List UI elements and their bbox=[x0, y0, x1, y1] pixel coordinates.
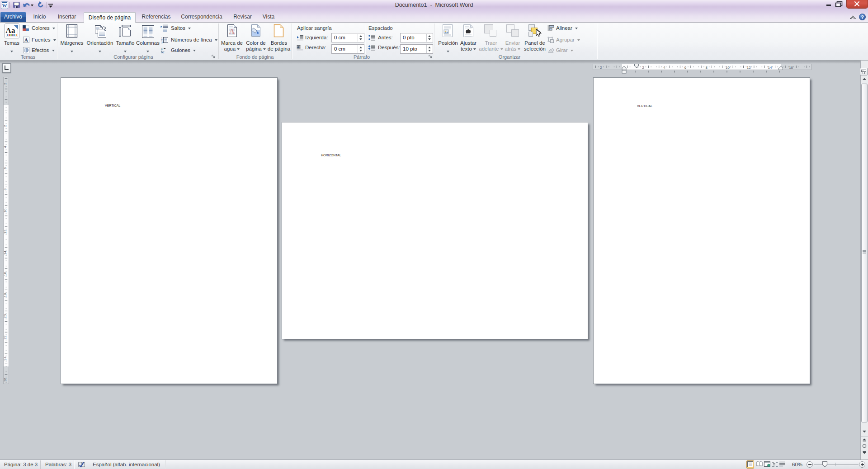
svg-text:4: 4 bbox=[3, 146, 7, 148]
svg-text:2: 2 bbox=[3, 125, 7, 127]
svg-text:2: 2 bbox=[642, 66, 644, 70]
svg-text:4: 4 bbox=[663, 66, 665, 70]
svg-text:14: 14 bbox=[3, 251, 7, 255]
svg-text:12: 12 bbox=[747, 66, 751, 70]
svg-text:26: 26 bbox=[3, 377, 7, 381]
svg-text:12: 12 bbox=[3, 230, 7, 234]
svg-text:20: 20 bbox=[3, 314, 7, 318]
svg-text:24: 24 bbox=[3, 356, 7, 361]
svg-text:22: 22 bbox=[3, 335, 7, 339]
svg-text:16: 16 bbox=[789, 66, 793, 70]
svg-text:bc: bc bbox=[161, 50, 165, 54]
svg-text:8: 8 bbox=[3, 188, 7, 190]
svg-text:16: 16 bbox=[3, 272, 7, 276]
svg-text:Aa: Aa bbox=[6, 26, 15, 35]
svg-text:10: 10 bbox=[3, 208, 7, 212]
svg-text:A: A bbox=[24, 37, 28, 42]
svg-text:3: 3 bbox=[161, 41, 163, 44]
svg-text:10: 10 bbox=[726, 66, 730, 70]
svg-text:14: 14 bbox=[768, 66, 772, 70]
svg-text:18: 18 bbox=[3, 293, 7, 297]
svg-text:6: 6 bbox=[3, 167, 7, 169]
svg-text:W: W bbox=[2, 3, 7, 8]
svg-text:A: A bbox=[229, 27, 235, 36]
svg-text:6: 6 bbox=[684, 66, 687, 70]
svg-text:8: 8 bbox=[706, 66, 708, 70]
svg-text:2: 2 bbox=[3, 82, 7, 84]
svg-text:2: 2 bbox=[600, 66, 602, 70]
